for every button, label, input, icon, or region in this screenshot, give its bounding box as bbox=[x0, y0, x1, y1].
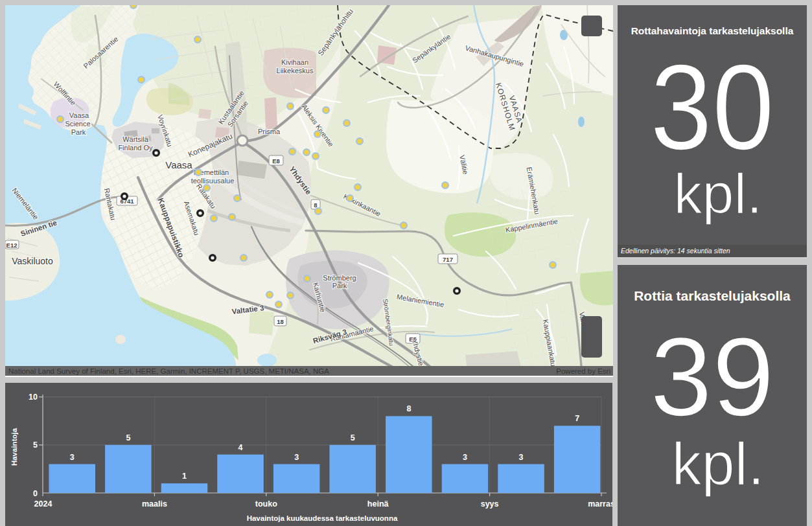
svg-text:Vaasa: Vaasa bbox=[69, 111, 89, 119]
svg-text:2024: 2024 bbox=[34, 499, 52, 509]
svg-text:3: 3 bbox=[70, 453, 75, 462]
svg-text:Prisma: Prisma bbox=[258, 128, 281, 135]
svg-text:maalis: maalis bbox=[142, 499, 167, 509]
svg-text:8: 8 bbox=[406, 404, 411, 413]
svg-text:3: 3 bbox=[294, 453, 299, 462]
svg-text:National Land Survey of Finlan: National Land Survey of Finland, Esri, H… bbox=[8, 367, 329, 375]
svg-text:4: 4 bbox=[238, 443, 243, 452]
svg-text:8: 8 bbox=[314, 201, 317, 209]
svg-text:Park: Park bbox=[332, 282, 347, 290]
svg-text:3: 3 bbox=[519, 453, 524, 462]
svg-text:0: 0 bbox=[33, 489, 38, 498]
svg-text:Havaintoja kuukaudessa tarkast: Havaintoja kuukaudessa tarkasteluvuonna bbox=[247, 514, 398, 522]
svg-text:Vaasa: Vaasa bbox=[165, 159, 192, 170]
svg-text:Park: Park bbox=[71, 128, 86, 136]
svg-text:5: 5 bbox=[126, 433, 130, 442]
svg-text:1: 1 bbox=[182, 472, 187, 481]
svg-text:Kivihaan: Kivihaan bbox=[281, 58, 308, 66]
svg-text:teollisuusalue: teollisuusalue bbox=[191, 177, 235, 185]
svg-text:E12: E12 bbox=[6, 242, 17, 249]
svg-text:717: 717 bbox=[443, 256, 453, 263]
svg-text:Powered by Esri: Powered by Esri bbox=[556, 367, 610, 375]
svg-text:Havaintoja: Havaintoja bbox=[10, 428, 18, 466]
svg-text:10: 10 bbox=[29, 393, 38, 402]
svg-text:Strömberg: Strömberg bbox=[323, 274, 356, 282]
svg-text:Wärtsilä: Wärtsilä bbox=[122, 135, 149, 143]
svg-text:Finland Oy: Finland Oy bbox=[118, 144, 153, 152]
svg-text:E8: E8 bbox=[272, 157, 280, 165]
svg-text:touko: touko bbox=[255, 499, 277, 509]
svg-text:heinä: heinä bbox=[367, 499, 389, 509]
svg-text:Liikekeskus: Liikekeskus bbox=[277, 67, 314, 74]
svg-text:5: 5 bbox=[351, 433, 355, 442]
svg-text:7: 7 bbox=[575, 414, 579, 423]
svg-text:Vaskiluoto: Vaskiluoto bbox=[12, 256, 53, 266]
svg-text:Science: Science bbox=[65, 120, 90, 128]
svg-text:3: 3 bbox=[463, 453, 467, 462]
svg-text:18: 18 bbox=[277, 318, 284, 325]
svg-text:5: 5 bbox=[33, 440, 38, 450]
svg-text:syys: syys bbox=[481, 499, 499, 509]
svg-text:marras: marras bbox=[588, 499, 612, 509]
